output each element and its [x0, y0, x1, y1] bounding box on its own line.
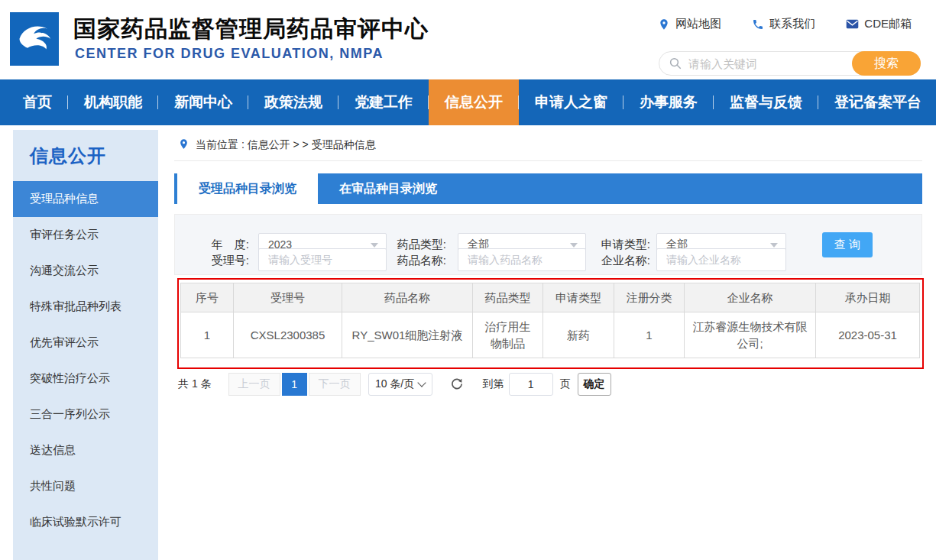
- nav-item-home[interactable]: 首页: [7, 79, 68, 125]
- cell-apply-type: 新药: [543, 312, 614, 358]
- results-table: 序号 受理号 药品名称 药品类型 申请类型 注册分类 企业名称 承办日期 1 C…: [180, 283, 920, 358]
- nav-label: 机构职能: [84, 92, 142, 112]
- chevron-down-icon: [418, 378, 426, 387]
- nav-item-policies[interactable]: 政策法规: [248, 79, 338, 125]
- contact-link[interactable]: 联系我们: [752, 17, 815, 31]
- refresh-icon[interactable]: [448, 375, 466, 393]
- query-button[interactable]: 查 询: [822, 232, 873, 257]
- cell-accept-no: CXSL2300385: [234, 312, 342, 358]
- nav-label: 政策法规: [264, 92, 322, 112]
- nav-item-supervision[interactable]: 监督与反馈: [714, 79, 818, 125]
- mailbox-link-label: CDE邮箱: [864, 17, 912, 31]
- col-header-registration-class: 注册分类: [614, 283, 685, 312]
- drug-name-label: 药品名称:: [366, 254, 446, 268]
- col-header-accept-no: 受理号: [234, 283, 342, 312]
- nav-label: 党建工作: [355, 92, 413, 112]
- cde-logo: [10, 12, 59, 66]
- nav-item-party[interactable]: 党建工作: [338, 79, 429, 125]
- nav-item-applicant-window[interactable]: 申请人之窗: [519, 79, 623, 125]
- table-header-row: 序号 受理号 药品名称 药品类型 申请类型 注册分类 企业名称 承办日期: [181, 283, 920, 312]
- sidebar-item-delivery-info[interactable]: 送达信息: [13, 432, 158, 468]
- tab-accepted-catalog[interactable]: 受理品种目录浏览: [177, 173, 318, 204]
- nav-label: 监督与反馈: [730, 92, 802, 112]
- cell-drug-name: RY_SW01细胞注射液: [342, 312, 473, 358]
- breadcrumb-text: 当前位置 : 信息公开 > > 受理品种信息: [196, 138, 376, 152]
- company-name-label: 企业名称:: [557, 254, 650, 268]
- nav-item-services[interactable]: 办事服务: [623, 79, 714, 125]
- phone-icon: [752, 18, 764, 31]
- nav-item-functions[interactable]: 机构职能: [68, 79, 158, 125]
- filter-panel: 年 度: 2023 药品类型: 全部 申请类型: 全部 查 询 受理号: 药品名…: [174, 214, 922, 275]
- cde-logo-icon: [15, 16, 54, 62]
- highlight-red-box: 序号 受理号 药品名称 药品类型 申请类型 注册分类 企业名称 承办日期 1 C…: [177, 278, 924, 369]
- cell-drug-type: 治疗用生物制品: [473, 312, 543, 358]
- table-row: 1 CXSL2300385 RY_SW01细胞注射液 治疗用生物制品 新药 1 …: [181, 312, 920, 358]
- main-content: 当前位置 : 信息公开 > > 受理品种信息 受理品种目录浏览 在审品种目录浏览…: [174, 130, 922, 560]
- location-pin-icon: [658, 18, 670, 31]
- nav-label: 信息公开: [445, 92, 503, 112]
- nav-label: 申请人之窗: [535, 92, 607, 112]
- col-header-drug-type: 药品类型: [473, 283, 543, 312]
- sidebar-item-common-issues[interactable]: 共性问题: [13, 468, 158, 504]
- col-header-acceptance-date: 承办日期: [816, 283, 920, 312]
- cell-acceptance-date: 2023-05-31: [816, 312, 920, 358]
- company-name-input[interactable]: [656, 248, 786, 271]
- nav-item-news[interactable]: 新闻中心: [158, 79, 248, 125]
- header-search: 搜索: [659, 51, 921, 76]
- main-nav: 首页 机构职能 新闻中心 政策法规 党建工作 信息公开 申请人之窗 办事服务 监…: [0, 79, 936, 125]
- header-quick-links: 网站地图 联系我们 CDE邮箱: [658, 17, 912, 31]
- cell-company: 江苏睿源生物技术有限公司;: [685, 312, 816, 358]
- year-label: 年 度:: [175, 238, 249, 252]
- page-size-value: 10 条/页: [375, 377, 414, 391]
- breadcrumb: 当前位置 : 信息公开 > > 受理品种信息: [174, 130, 922, 161]
- chevron-down-icon: [770, 243, 778, 248]
- sidebar-item-three-in-one[interactable]: 三合一序列公示: [13, 397, 158, 432]
- sidebar-item-special-approval[interactable]: 特殊审批品种列表: [13, 289, 158, 325]
- sidebar-item-breakthrough-therapy[interactable]: 突破性治疗公示: [13, 361, 158, 397]
- contact-link-label: 联系我们: [769, 17, 815, 31]
- tab-under-review-catalog[interactable]: 在审品种目录浏览: [318, 173, 458, 204]
- nav-label: 首页: [23, 92, 52, 112]
- sidebar-item-clinical-trial-implied-license[interactable]: 临床试验默示许可: [13, 504, 158, 540]
- sidebar: 信息公开 受理品种信息 审评任务公示 沟通交流公示 特殊审批品种列表 优先审评公…: [13, 130, 158, 560]
- search-button[interactable]: 搜索: [852, 51, 921, 76]
- confirm-button[interactable]: 确定: [578, 373, 611, 396]
- mailbox-link[interactable]: CDE邮箱: [846, 17, 912, 31]
- goto-page-suffix: 页: [560, 377, 571, 391]
- site-header: 国家药品监督管理局药品审评中心 CENTER FOR DRUG EVALUATI…: [0, 0, 936, 79]
- page-number-button[interactable]: 1: [282, 373, 307, 396]
- nav-item-registration-platform[interactable]: 登记备案平台: [818, 79, 936, 125]
- goto-page-input[interactable]: [509, 373, 553, 396]
- page-subtitle: CENTER FOR DRUG EVALUATION, NMPA: [75, 46, 384, 62]
- next-page-button[interactable]: 下一页: [309, 373, 361, 396]
- sitemap-link[interactable]: 网站地图: [658, 17, 721, 31]
- col-header-drug-name: 药品名称: [342, 283, 473, 312]
- pagination: 共 1 条 上一页 1 下一页 10 条/页 到第 页 确定: [178, 373, 611, 396]
- total-count-label: 共 1 条: [178, 377, 212, 391]
- mail-icon: [846, 18, 859, 30]
- prev-page-button[interactable]: 上一页: [228, 373, 280, 396]
- sidebar-item-review-tasks[interactable]: 审评任务公示: [13, 217, 158, 253]
- search-icon: [669, 57, 682, 73]
- location-pin-icon: [178, 138, 189, 152]
- page-title: 国家药品监督管理局药品审评中心: [73, 14, 429, 45]
- col-header-index: 序号: [181, 283, 234, 312]
- sitemap-link-label: 网站地图: [675, 17, 721, 31]
- cell-registration-class: 1: [614, 312, 685, 358]
- sidebar-item-priority-review[interactable]: 优先审评公示: [13, 325, 158, 361]
- nav-item-info-disclosure[interactable]: 信息公开: [429, 79, 519, 125]
- sidebar-item-communication[interactable]: 沟通交流公示: [13, 253, 158, 289]
- goto-page-label: 到第: [483, 377, 504, 391]
- col-header-apply-type: 申请类型: [543, 283, 614, 312]
- sidebar-title: 信息公开: [13, 130, 158, 181]
- col-header-company: 企业名称: [685, 283, 816, 312]
- nav-label: 新闻中心: [174, 92, 232, 112]
- page-size-select[interactable]: 10 条/页: [368, 373, 432, 396]
- cell-index: 1: [181, 312, 234, 358]
- nav-label: 办事服务: [640, 92, 698, 112]
- sidebar-item-accepted-varieties[interactable]: 受理品种信息: [13, 181, 158, 217]
- tab-bar: 受理品种目录浏览 在审品种目录浏览: [174, 173, 922, 204]
- nav-label: 登记备案平台: [834, 92, 921, 112]
- accept-no-label: 受理号:: [175, 254, 249, 268]
